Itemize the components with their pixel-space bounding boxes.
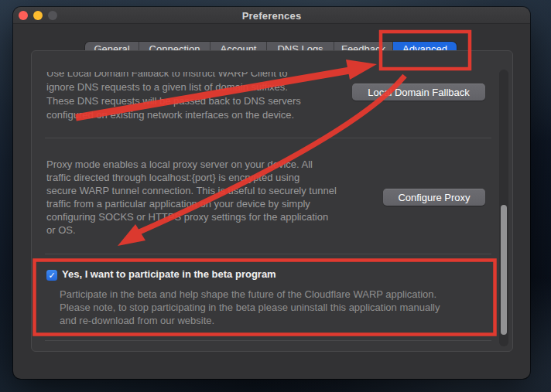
scroll-area: Use Local Domain Fallback to instruct WA… [41,72,499,346]
separator [45,254,491,254]
desktop: Preferences General Connection Account D… [0,0,551,392]
configure-proxy-button[interactable]: Configure Proxy [383,189,485,206]
local-domain-fallback-button[interactable]: Local Domain Fallback [352,84,485,101]
window-title: Preferences [13,10,530,22]
separator [45,340,491,341]
separator [45,138,491,138]
checkmark-icon: ✓ [48,271,55,280]
scrollbar-thumb[interactable] [501,205,507,335]
beta-program-label: Yes, I want to participate in the beta p… [62,268,276,280]
local-domain-description: Use Local Domain Fallback to instruct WA… [46,72,301,122]
beta-program-description: Participate in the beta and help shape t… [60,288,440,327]
proxy-description: Proxy mode enables a local proxy server … [46,158,337,237]
beta-program-checkbox[interactable]: ✓ [46,270,57,281]
